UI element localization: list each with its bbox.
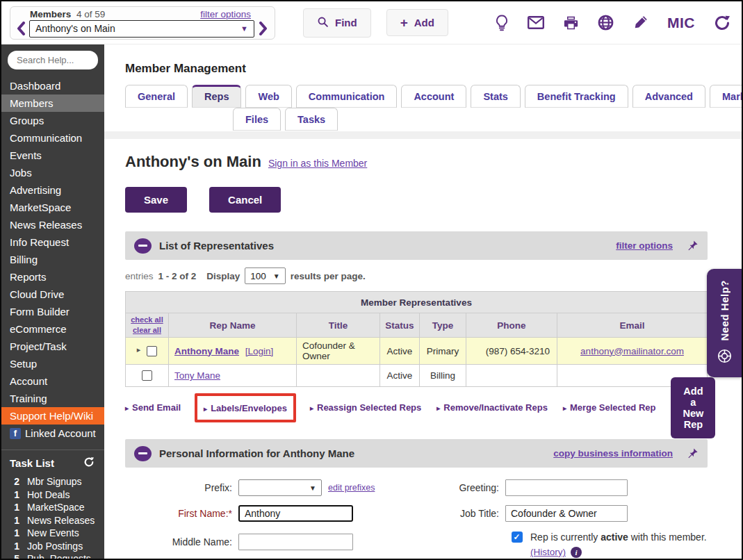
need-help-tab[interactable]: Need Help? (707, 269, 742, 377)
check-all-link[interactable]: check all (126, 315, 168, 325)
globe-icon[interactable] (598, 15, 614, 31)
tab-account[interactable]: Account (401, 85, 466, 108)
tab-web[interactable]: Web (245, 85, 291, 108)
send-email-action[interactable]: ▸Send Email (125, 402, 181, 413)
life-buoy-icon (717, 349, 732, 366)
task-item-marketspace[interactable]: 1 MarketSpace (1, 501, 104, 514)
rep-phone-cell (466, 365, 557, 387)
greeting-field[interactable] (505, 479, 628, 496)
refresh-icon[interactable] (714, 15, 730, 31)
tab-marketing[interactable]: Marketing (710, 85, 742, 108)
table-caption: Member Representatives (126, 292, 708, 313)
page-size-value: 100 (250, 271, 266, 281)
sign-in-as-member-link[interactable]: Sign in as this Member (268, 158, 367, 169)
page-size-select[interactable]: 100 ▼ (245, 267, 285, 284)
pencil-icon[interactable] (632, 15, 648, 31)
plus-icon: + (400, 18, 408, 28)
task-refresh-icon[interactable] (83, 456, 95, 470)
rep-name-link[interactable]: Tony Mane (174, 370, 220, 381)
greeting-label: Greeting: (425, 482, 505, 493)
sidebar-item-advertising[interactable]: Advertising (1, 181, 104, 199)
pin-icon[interactable] (687, 447, 699, 459)
previous-record-button[interactable] (15, 21, 27, 36)
task-item-mbr-signups[interactable]: 2 Mbr Signups (1, 475, 104, 488)
save-button[interactable]: Save (125, 187, 187, 213)
tab-advanced[interactable]: Advanced (632, 85, 705, 108)
sidebar-item-form-builder[interactable]: Form Builder (1, 303, 104, 320)
row-expand-arrow-icon[interactable]: ▸ (137, 345, 141, 354)
sidebar-item-dashboard[interactable]: Dashboard (1, 77, 104, 94)
middle-name-field[interactable] (238, 534, 353, 550)
cancel-button[interactable]: Cancel (209, 187, 281, 213)
task-item-news-releases[interactable]: 1 News Releases (1, 514, 104, 527)
top-bar: Members 4 of 59 filter options Anthony's… (1, 1, 742, 44)
tab-files[interactable]: Files (233, 108, 281, 131)
find-button[interactable]: Find (303, 8, 371, 38)
edit-prefixes-link[interactable]: edit prefixes (328, 483, 375, 493)
copy-business-information-link[interactable]: copy business information (553, 448, 673, 459)
tab-communication[interactable]: Communication (296, 85, 398, 108)
first-name-field[interactable] (238, 505, 353, 522)
sidebar-item-cloud-drive[interactable]: Cloud Drive (1, 286, 104, 303)
row-checkbox[interactable] (147, 346, 157, 356)
rep-name-link[interactable]: Anthony Mane (174, 346, 239, 356)
member-selector-dropdown[interactable]: Anthony's on Main ▼ (29, 20, 254, 38)
clear-all-link[interactable]: clear all (126, 325, 168, 336)
lightbulb-icon[interactable] (495, 15, 509, 31)
task-item-hot-deals[interactable]: 1 Hot Deals (1, 488, 104, 502)
row-checkbox[interactable] (142, 370, 152, 381)
sidebar-item-project-task[interactable]: Project/Task (1, 338, 104, 355)
sidebar-item-members[interactable]: Members (1, 94, 104, 112)
tab-general[interactable]: General (125, 85, 188, 108)
search-help-input[interactable] (8, 51, 98, 69)
sidebar-item-marketspace[interactable]: MarketSpace (1, 199, 104, 216)
reps-filter-options-link[interactable]: filter options (616, 240, 673, 251)
info-icon[interactable]: i (571, 547, 582, 558)
task-item-job-postings[interactable]: 1 Job Postings (1, 540, 104, 553)
sidebar-item-linked-account[interactable]: f Linked Account (1, 425, 104, 442)
labels-envelopes-action[interactable]: ▸Labels/Envelopes (204, 403, 287, 413)
print-icon[interactable] (563, 15, 579, 31)
tab-benefit-tracking[interactable]: Benefit Tracking (525, 85, 628, 108)
entries-range: 1 - 2 of 2 (158, 271, 197, 281)
reassign-selected-reps-action[interactable]: ▸Reassign Selected Reps (310, 402, 421, 413)
rep-email-link[interactable]: anthony@mailinator.com (580, 346, 684, 356)
prefix-select[interactable]: ▼ (238, 479, 322, 496)
sidebar-item-jobs[interactable]: Jobs (1, 164, 104, 181)
sidebar-item-info-request[interactable]: Info Request (1, 233, 104, 251)
sidebar-item-communication[interactable]: Communication (1, 129, 104, 147)
sidebar-divider (1, 450, 104, 450)
mic-logo[interactable]: MIC (667, 15, 695, 31)
rep-active-checkbox[interactable] (512, 532, 523, 543)
rep-status-cell: Active (380, 365, 420, 387)
tab-reps[interactable]: Reps (192, 85, 241, 108)
remove-inactivate-reps-action[interactable]: ▸Remove/Inactivate Reps (436, 402, 548, 413)
sidebar-item-setup[interactable]: Setup (1, 355, 104, 372)
history-link[interactable]: (History) (530, 546, 566, 559)
sidebar-item-billing[interactable]: Billing (1, 251, 104, 268)
sidebar-item-reports[interactable]: Reports (1, 268, 104, 286)
merge-selected-rep-action[interactable]: ▸Merge Selected Rep (563, 402, 656, 413)
collapse-section-icon[interactable] (134, 238, 152, 254)
sidebar-item-support-help-wiki[interactable]: Support Help/Wiki (1, 407, 104, 425)
sidebar-item-training[interactable]: Training (1, 390, 104, 407)
filter-options-link[interactable]: filter options (200, 9, 251, 19)
collapse-section-icon[interactable] (134, 446, 152, 461)
next-record-button[interactable] (256, 21, 269, 36)
sidebar-item-events[interactable]: Events (1, 147, 104, 164)
tab-stats[interactable]: Stats (471, 85, 520, 108)
add-new-rep-button[interactable]: Add a New Rep (671, 377, 715, 438)
rep-login-link[interactable]: [Login] (245, 346, 274, 356)
task-item-new-events[interactable]: 1 New Events (1, 527, 104, 540)
rep-status-cell: Active (380, 338, 420, 365)
sidebar-item-news-releases[interactable]: News Releases (1, 216, 104, 233)
sidebar-item-groups[interactable]: Groups (1, 112, 104, 129)
tab-tasks[interactable]: Tasks (285, 108, 338, 131)
pin-icon[interactable] (687, 240, 699, 252)
sidebar-item-account[interactable]: Account (1, 372, 104, 390)
job-title-field[interactable] (505, 505, 628, 522)
task-item-pub-requests[interactable]: 5 Pub. Requests (1, 552, 104, 559)
sidebar-item-ecommerce[interactable]: eCommerce (1, 320, 104, 338)
email-icon[interactable] (528, 16, 544, 29)
add-button[interactable]: + Add (386, 9, 448, 36)
